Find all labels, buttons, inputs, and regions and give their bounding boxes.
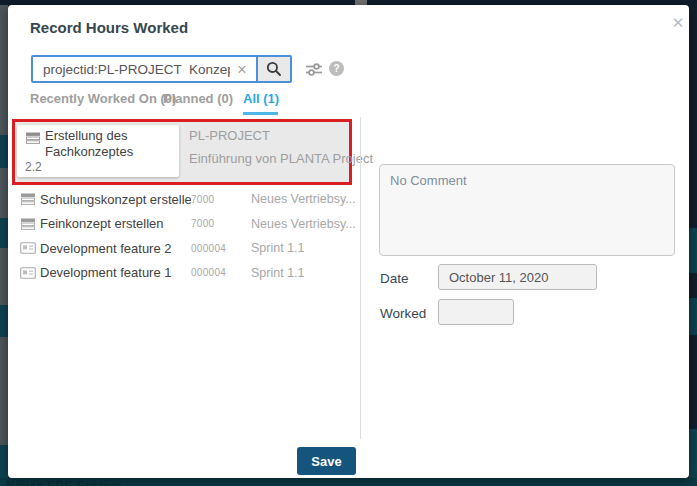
selected-project-name: Einführung von PLANTA Project	[189, 151, 373, 166]
result-task-name: Feinkonzept erstellen	[40, 216, 191, 231]
active-tab-underline	[243, 112, 278, 115]
search-button[interactable]	[256, 55, 292, 83]
worked-label: Worked	[380, 306, 426, 321]
background-right-edge	[689, 5, 697, 478]
result-task-id: 7000	[191, 218, 251, 229]
help-icon[interactable]: ?	[329, 61, 344, 76]
selected-project-id: PL-PROJECT	[189, 128, 270, 143]
result-task-id: 000004	[191, 267, 251, 278]
background-bottom-bar: Neues EDE-System	[0, 478, 697, 486]
tab-bar: Recently Worked On (0) Planned (0) All (…	[8, 91, 689, 117]
search-group: ×	[31, 55, 292, 83]
search-icon	[266, 61, 282, 77]
worked-field[interactable]	[438, 299, 514, 325]
task-rows-icon	[20, 192, 36, 206]
search-result-row[interactable]: Development feature 2 000004 Sprint 1.1	[12, 236, 361, 261]
date-label: Date	[380, 271, 409, 286]
id-card-icon	[20, 241, 36, 255]
search-result-row[interactable]: Schulungskonzept erstellen 7000 Neues Ve…	[12, 187, 361, 212]
result-project-name: Neues Vertriebsy...	[251, 217, 361, 231]
vertical-divider	[360, 117, 361, 439]
date-field[interactable]	[438, 264, 597, 290]
page-background: Neues EDE-System Record Hours Worked ✕ ×	[0, 0, 697, 486]
clear-search-icon[interactable]: ×	[233, 61, 251, 79]
result-task-id: 000004	[191, 243, 251, 254]
task-rows-icon	[20, 217, 36, 231]
search-result-row[interactable]: Development feature 1 000004 Sprint 1.1	[12, 261, 361, 286]
filter-sliders-icon[interactable]	[305, 61, 323, 78]
search-result-row[interactable]: Feinkonzept erstellen 7000 Neues Vertrie…	[12, 212, 361, 237]
background-page-text: Neues EDE-System	[6, 479, 122, 486]
result-task-name: Development feature 2	[40, 241, 191, 256]
result-task-name: Schulungskonzept erstellen	[40, 192, 191, 207]
comment-textarea[interactable]	[379, 164, 675, 256]
selected-task-card[interactable]: Erstellung des Fachkonzeptes 2.2	[17, 125, 179, 177]
result-project-name: Neues Vertriebsy...	[251, 192, 361, 206]
result-task-id: 7000	[191, 194, 251, 205]
task-rows-icon	[25, 131, 41, 145]
record-hours-dialog: Record Hours Worked ✕ ×	[8, 5, 689, 478]
search-results-list: Schulungskonzept erstellen 7000 Neues Ve…	[12, 187, 361, 285]
save-button[interactable]: Save	[297, 447, 356, 475]
selected-result-highlight[interactable]: Erstellung des Fachkonzeptes 2.2 PL-PROJ…	[12, 119, 352, 185]
tab-planned[interactable]: Planned (0)	[163, 91, 233, 106]
selected-task-name: Erstellung des Fachkonzeptes	[45, 128, 171, 160]
close-icon[interactable]: ✕	[668, 13, 688, 33]
result-project-name: Sprint 1.1	[251, 241, 361, 255]
background-left-edge	[0, 5, 8, 478]
id-card-icon	[20, 266, 36, 280]
search-box: ×	[31, 55, 258, 83]
selected-task-id: 2.2	[25, 160, 42, 174]
tab-all[interactable]: All (1)	[243, 91, 279, 106]
result-task-name: Development feature 1	[40, 265, 191, 280]
search-input[interactable]	[33, 57, 256, 81]
result-project-name: Sprint 1.1	[251, 266, 361, 280]
tab-recently-worked-on[interactable]: Recently Worked On (0)	[30, 91, 176, 106]
dialog-title: Record Hours Worked	[30, 19, 188, 36]
